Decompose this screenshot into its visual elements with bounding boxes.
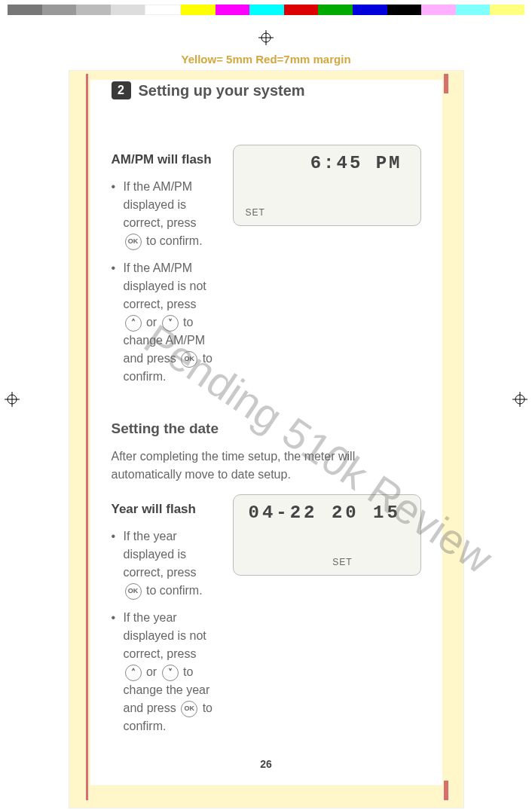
date-section-heading: Setting the date (112, 420, 421, 437)
margin-rule-right-top (444, 74, 448, 93)
ampm-heading: AM/PM will flash (112, 152, 219, 167)
date-section-intro: After completing the time setup, the met… (112, 448, 421, 484)
ampm-step-1: If the AM/PM displayed is correct, press… (112, 178, 219, 250)
page-content: 2 Setting up your system AM/PM will flas… (90, 80, 442, 785)
up-button-icon: ˄ (125, 315, 142, 332)
ok-button-icon: OK (125, 234, 142, 250)
ok-button-icon: OK (125, 583, 142, 600)
chapter-heading: 2 Setting up your system (112, 80, 421, 99)
page-number: 26 (112, 744, 421, 770)
bleed-area: 2 Setting up your system AM/PM will flas… (69, 70, 464, 808)
year-step-2: If the year displayed is not correct, pr… (112, 609, 219, 735)
margin-rule-left (86, 74, 88, 800)
registration-mark-left (5, 392, 20, 410)
press-color-bar (8, 5, 524, 15)
year-heading: Year will flash (112, 502, 219, 517)
ampm-steps: If the AM/PM displayed is correct, press… (112, 178, 219, 386)
chapter-title: Setting up your system (139, 82, 305, 99)
down-button-icon: ˅ (162, 315, 179, 332)
year-step-1: If the year displayed is correct, press … (112, 527, 219, 600)
lcd-mode-label: SET (246, 207, 265, 218)
margin-guide-label: Yellow= 5mm Red=7mm margin (69, 53, 464, 66)
lcd-date-display: 04-22 20 15 SET (233, 494, 421, 576)
lcd-date-value: 04-22 20 15 (244, 503, 410, 523)
ok-button-icon: OK (181, 351, 197, 368)
margin-rule-right-bottom (444, 781, 448, 800)
lcd-time-display: 6:45 PM SET (233, 145, 421, 226)
lcd-time-value: 6:45 PM (244, 153, 410, 173)
ampm-step-2: If the AM/PM displayed is not correct, p… (112, 259, 219, 386)
chapter-number: 2 (112, 81, 131, 99)
registration-mark-top (0, 30, 532, 48)
lcd-mode-label: SET (332, 557, 352, 567)
down-button-icon: ˅ (162, 665, 179, 681)
ok-button-icon: OK (181, 701, 197, 717)
registration-mark-right (512, 392, 527, 410)
year-steps: If the year displayed is correct, press … (112, 527, 219, 735)
up-button-icon: ˄ (125, 665, 142, 681)
